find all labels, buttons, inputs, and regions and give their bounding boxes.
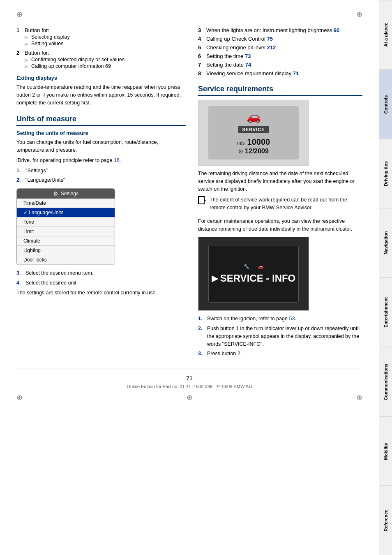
- item-2-sublist: Confirming selected display or set value…: [25, 57, 125, 69]
- toc-item-5: 5 Checking engine oil level 212: [198, 44, 362, 51]
- step-1: "Settings": [16, 167, 186, 175]
- step-2: "Language/Units": [16, 176, 186, 184]
- sub-item: Setting values: [25, 41, 70, 46]
- tab-mobility[interactable]: Mobility: [379, 416, 392, 486]
- menu-item-language: ✓ Language/Units: [17, 208, 115, 217]
- list-item-2: 2 Button for: Confirming selected displa…: [16, 50, 186, 70]
- right-column: 3 When the lights are on: instrument lig…: [198, 27, 362, 360]
- menu-item-tone: Tone: [17, 217, 115, 227]
- tab-reference[interactable]: Reference: [379, 486, 392, 555]
- settings-title: ⚙ Settings: [17, 189, 115, 199]
- idrive-note: iDrive, for operating principle refer to…: [16, 157, 186, 164]
- steering-wheel-icon: 🚗: [247, 110, 261, 123]
- units-steps-2: Select the desired menu item. Select the…: [16, 269, 186, 287]
- left-column: 1 Button for: Selecting display Setting …: [16, 27, 186, 360]
- sub-item: Calling up computer information 69: [25, 63, 125, 69]
- tip-icon: [198, 196, 206, 204]
- car-icon: 🚗: [258, 264, 263, 269]
- service-unit: mls: [237, 140, 245, 146]
- units-of-measure-section: Units of measure Setting the units of me…: [16, 115, 186, 296]
- bottom-center-crosshair: ⊕: [187, 393, 193, 402]
- sub-item: Confirming selected display or set value…: [25, 57, 125, 62]
- units-intro: You can change the units for fuel consum…: [16, 139, 186, 154]
- item-1-number: 1: [16, 27, 22, 47]
- item-1-label: Button for:: [25, 27, 49, 33]
- step-3: Select the desired menu item.: [16, 269, 186, 277]
- service-requirements-section: Service requirements 🚗 SERVICE mls 10000: [198, 85, 362, 358]
- service-badge: SERVICE: [238, 126, 269, 133]
- play-icon: ▶: [212, 273, 218, 283]
- item-2-content: Button for: Confirming selected display …: [25, 50, 125, 70]
- service-image-1: 🚗 SERVICE mls 10000 ⊙ 12/2009: [198, 100, 309, 166]
- toc-item-8: 8 Viewing service requirement display 71: [198, 70, 362, 76]
- item-1-content: Button for: Selecting display Setting va…: [25, 27, 70, 47]
- tab-driving-tips[interactable]: Driving tips: [379, 139, 392, 208]
- main-content: ⊕ ⊕ 1 Button for: Selecting display Sett…: [0, 0, 379, 555]
- units-steps: "Settings" "Language/Units": [16, 167, 186, 185]
- menu-item-lighting: Lighting: [17, 246, 115, 255]
- service-requirements-heading: Service requirements: [198, 85, 362, 96]
- top-right-crosshair: ⊕: [356, 10, 362, 19]
- service-step-2: Push button 1 in the turn indicator leve…: [198, 325, 362, 348]
- toc-item-3: 3 When the lights are on: instrument lig…: [198, 27, 362, 33]
- clock-icon: ⊙: [238, 148, 243, 155]
- list-item-1: 1 Button for: Selecting display Setting …: [16, 27, 186, 47]
- item-2-label: Button for:: [25, 50, 49, 56]
- footer-text: Online Edition for Part no. 01 41 2 602 …: [16, 384, 362, 389]
- item-1-sublist: Selecting display Setting values: [25, 34, 70, 46]
- tab-navigation[interactable]: Navigation: [379, 208, 392, 278]
- footer: 71 Online Edition for Part no. 01 41 2 6…: [16, 368, 362, 393]
- service-reading: 10000: [247, 136, 270, 147]
- service-step-3: Press button 2.: [198, 350, 362, 358]
- idrive-page-ref: 16: [114, 157, 120, 163]
- units-subheading: Setting the units of measure: [16, 130, 186, 136]
- exiting-displays-heading: Exiting displays: [16, 75, 186, 81]
- service-steps: Switch on the ignition, refer to page 53…: [198, 315, 362, 358]
- service-description: The remaining driving distance and the d…: [198, 170, 362, 193]
- top-left-crosshair: ⊕: [16, 10, 23, 19]
- toc-item-6: 6 Setting the time 73: [198, 53, 362, 59]
- tab-controls[interactable]: Controls: [379, 69, 392, 139]
- checkmark-icon: ✓: [23, 210, 29, 215]
- tip-text: The extent of service work required can …: [210, 196, 362, 212]
- page-container: ⊕ ⊕ 1 Button for: Selecting display Sett…: [0, 0, 392, 555]
- step-4: Select the desired unit.: [16, 279, 186, 287]
- svg-rect-0: [198, 197, 204, 204]
- service-image-2: 🔧 🚗 ▶ SERVICE - INFO: [198, 237, 309, 311]
- units-conclusion: The settings are stored for the remote c…: [16, 289, 186, 297]
- svg-marker-1: [204, 199, 206, 201]
- bottom-right-crosshair: ⊕: [356, 393, 362, 402]
- menu-item-limit: Limit: [17, 227, 115, 236]
- toc-item-4: 4 Calling up Check Control 75: [198, 36, 362, 42]
- service-date: 12/2009: [245, 147, 269, 156]
- menu-item-timedate: Time/Date: [17, 199, 115, 208]
- tab-at-a-glance[interactable]: At a glance: [379, 0, 392, 69]
- gear-icon: ⚙: [53, 190, 58, 197]
- tip-box: The extent of service work required can …: [198, 196, 362, 214]
- menu-item-doorlocks: Door locks: [17, 255, 115, 265]
- units-heading: Units of measure: [16, 115, 186, 126]
- item-2-number: 2: [16, 50, 22, 70]
- toc-list: 3 When the lights are on: instrument lig…: [198, 27, 362, 76]
- exiting-displays-section: Exiting displays The outside-temperature…: [16, 75, 186, 106]
- bottom-left-crosshair: ⊕: [16, 393, 23, 402]
- settings-menu-image: ⚙ Settings Time/Date ✓ Language/Units To…: [16, 188, 115, 265]
- sub-item: Selecting display: [25, 34, 70, 40]
- menu-item-climate: Climate: [17, 236, 115, 246]
- service-step-1: Switch on the ignition, refer to page 53…: [198, 315, 362, 323]
- maintenance-note: For certain maintenance operations, you …: [198, 217, 362, 233]
- intro-list: 1 Button for: Selecting display Setting …: [16, 27, 186, 70]
- sidebar-tabs: At a glance Controls Driving tips Naviga…: [379, 0, 392, 555]
- tab-communications[interactable]: Communications: [379, 347, 392, 416]
- service-info-text: ▶ SERVICE - INFO: [212, 273, 296, 284]
- toc-item-7: 7 Setting the date 74: [198, 62, 362, 68]
- page-number: 71: [16, 375, 362, 382]
- exiting-displays-body: The outside-temperature reading and the …: [16, 83, 186, 106]
- tab-entertainment[interactable]: Entertainment: [379, 278, 392, 347]
- two-column-layout: 1 Button for: Selecting display Setting …: [16, 27, 362, 360]
- dashboard-icon: 🔧: [244, 264, 249, 269]
